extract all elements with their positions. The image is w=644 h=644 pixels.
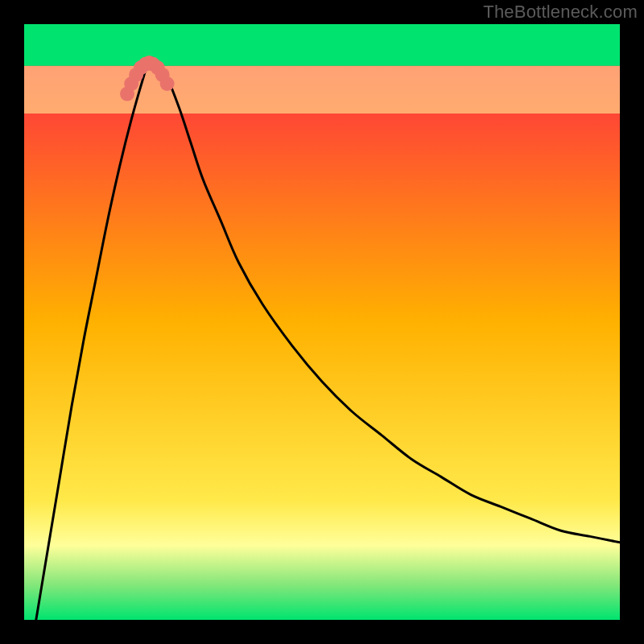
bottleneck-chart xyxy=(0,0,644,644)
pale-band xyxy=(24,66,620,114)
watermark-text: TheBottleneck.com xyxy=(483,2,638,23)
green-band xyxy=(24,24,620,66)
marker-dot xyxy=(160,76,175,91)
chart-stage: TheBottleneck.com xyxy=(0,0,644,644)
